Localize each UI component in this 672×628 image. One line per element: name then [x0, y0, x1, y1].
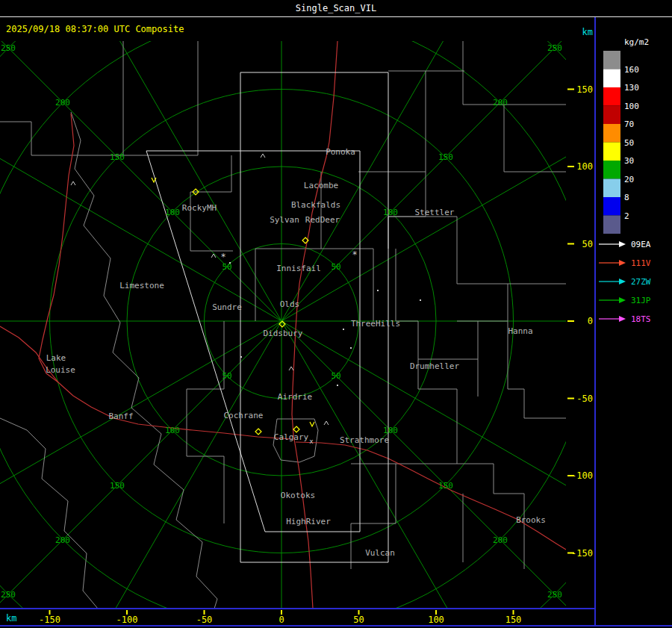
radar-map-canvas[interactable]: 5010015020025050100150200250501001502002… [0, 41, 566, 609]
place-label: Didsbury [264, 329, 303, 338]
storm-vector-marker [310, 422, 314, 426]
y-axis-tick-label: 150 [576, 84, 593, 95]
scan-timestamp: 2025/09/18 08:37:00 UTC Composite [6, 24, 184, 34]
range-ring-label: 150 [110, 481, 125, 491]
x-axis-tick-label: 150 [505, 615, 522, 625]
x-axis-tick-label: -150 [39, 615, 60, 625]
place-label: ThreeHills [351, 319, 400, 329]
highway [39, 114, 74, 382]
title-bar: Single_Scan_VIL [0, 0, 672, 16]
radar-site-marker [255, 429, 261, 435]
place-label: Lake [46, 353, 66, 363]
y-axis-tick-label: -100 [571, 470, 593, 481]
storm-vector-marker [152, 178, 156, 182]
track-arrow-head [619, 316, 626, 322]
place-label: Olds [280, 299, 300, 309]
county-boundary [396, 249, 457, 464]
x-axis-tick-label: 50 [353, 615, 364, 625]
county-boundary [504, 105, 566, 172]
range-ring-label: 50 [331, 262, 340, 272]
range-ring-label: 150 [438, 152, 453, 162]
radar-display-window: Single_Scan_VIL 2025/09/18 08:37:00 UTC … [0, 0, 672, 628]
cell-dot-marker [350, 347, 352, 349]
legend-color-swatch [603, 69, 620, 88]
radar-site-marker [293, 426, 299, 432]
range-ring-label: 100 [383, 208, 398, 217]
place-label: Blackfalds [291, 200, 340, 210]
range-ring-label: 150 [438, 481, 453, 491]
range-ring-label: 100 [165, 426, 180, 435]
y-axis-tick-label: 0 [588, 316, 593, 326]
legend-color-swatch [603, 51, 620, 69]
window-title: Single_Scan_VIL [296, 3, 376, 13]
legend-color-swatch [603, 143, 620, 161]
legend-threshold-label: 130 [624, 83, 639, 93]
range-ring-label: 250 [547, 43, 562, 53]
county-boundary [388, 217, 508, 321]
track-legend: 09EA111V27ZW31JP18TS [599, 240, 651, 324]
range-ring [0, 41, 566, 609]
legend-color-swatch [603, 197, 620, 216]
range-ring-label: 50 [331, 371, 340, 381]
highway [296, 442, 566, 550]
legend-color-swatch [603, 161, 620, 179]
track-id-label: 18TS [631, 314, 651, 324]
place-label: Vulcan [365, 548, 395, 558]
cell-caret-marker [261, 154, 265, 158]
range-ring [0, 41, 566, 609]
highway [0, 326, 292, 439]
place-label: Banff [108, 411, 133, 421]
y-axis-tick-label: -50 [576, 394, 593, 404]
place-label: Sylvan [270, 215, 299, 225]
cell-asterisk-marker: * [352, 249, 357, 260]
place-label: RedDeer [305, 215, 340, 225]
place-label: Limestone [119, 281, 164, 290]
track-arrow-head [619, 297, 626, 303]
place-label: Hanna [508, 326, 532, 336]
color-scale: 1601301007050302082 [603, 51, 639, 234]
track-arrow-head [619, 279, 626, 285]
cell-caret-marker [71, 181, 75, 185]
title-divider [0, 16, 672, 17]
cell-dot-marker [337, 385, 338, 386]
legend-threshold-label: 30 [624, 156, 634, 166]
place-label: Louise [46, 365, 75, 375]
track-arrow-head [619, 260, 626, 266]
legend-threshold-label: 100 [624, 102, 639, 111]
y-axis-unit-label: km [582, 27, 593, 37]
legend-threshold-label: 70 [624, 119, 634, 129]
place-label: Brooks [516, 515, 546, 525]
cell-caret-marker [289, 367, 293, 370]
x-axis-tick-label: 0 [279, 615, 284, 625]
x-axis-tick-label: -50 [196, 615, 213, 625]
cell-dot-marker [377, 290, 379, 291]
range-ring-label: 250 [547, 590, 562, 600]
range-ring-label: 250 [1, 43, 16, 53]
range-ring-label: 50 [222, 371, 231, 381]
range-ring-label: 200 [493, 535, 508, 545]
legend-threshold-label: 8 [624, 193, 629, 202]
place-label: Drumheller [410, 361, 460, 371]
azimuth-spoke [43, 321, 281, 609]
place-label: Calgary [274, 432, 309, 442]
legend-threshold-label: 160 [624, 65, 639, 75]
range-ring-label: 250 [1, 590, 16, 600]
cell-dot-marker [420, 299, 421, 301]
place-label: Airdrie [278, 392, 312, 402]
county-boundary [0, 418, 98, 609]
range-ring-label: 100 [383, 426, 398, 435]
cell-dot-marker [240, 356, 242, 358]
y-axis-tick-label: 100 [576, 161, 593, 172]
county-boundary [388, 71, 426, 249]
place-label: RockyMH [182, 203, 217, 213]
cell-dot-marker [229, 262, 231, 264]
track-id-label: 27ZW [631, 277, 651, 287]
place-label: Stettler [415, 208, 455, 217]
place-label: HighRiver [286, 517, 331, 526]
legend-color-swatch [603, 87, 620, 106]
track-id-label: 111V [631, 258, 651, 268]
place-label: Lacombe [304, 181, 338, 190]
legend-color-swatch [603, 179, 620, 198]
place-label: Okotoks [281, 491, 315, 500]
cell-asterisk-marker: * [220, 252, 225, 262]
